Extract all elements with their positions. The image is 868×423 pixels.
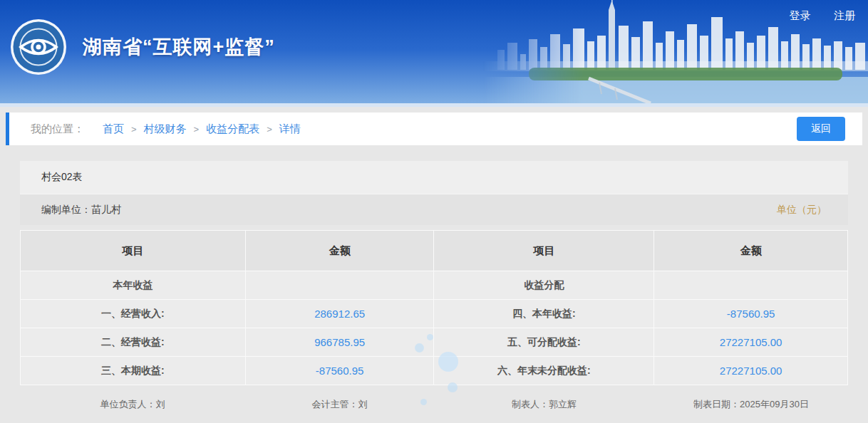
- row-value-cell: -87560.95: [654, 300, 848, 328]
- row-label-cell: 二、经营收益:: [21, 328, 246, 357]
- row-value-cell: -87560.95: [245, 357, 434, 385]
- table-header-row: 项目 金额 项目 金额: [21, 231, 848, 271]
- column-header-amount: 金额: [654, 231, 848, 271]
- row-label-cell: 一、经营收入:: [21, 300, 246, 328]
- column-header-item: 项目: [434, 231, 654, 271]
- row-value-cell: [654, 271, 848, 300]
- breadcrumb: 我的位置： 首页 > 村级财务 > 收益分配表 > 详情 返回: [6, 113, 862, 145]
- site-header: 登录 注册 湖南省“互联网+监督”: [0, 0, 868, 103]
- column-header-item: 项目: [21, 231, 246, 271]
- preparing-unit: 编制单位：苗儿村: [41, 204, 121, 216]
- register-link[interactable]: 注册: [834, 9, 855, 21]
- site-title: 湖南省“互联网+监督”: [83, 34, 275, 60]
- report-code-row: 村会02表: [20, 161, 848, 194]
- breadcrumb-item-village-finance[interactable]: 村级财务: [144, 122, 187, 136]
- table-row: 本年收益 收益分配: [21, 271, 848, 300]
- row-label-cell: 五、可分配收益:: [434, 328, 654, 357]
- table-row: 二、经营收益: 966785.95 五、可分配收益: 27227105.00: [21, 328, 848, 357]
- back-button[interactable]: 返回: [797, 117, 845, 141]
- table-row: 一、经营收入: 286912.65 四、本年收益: -87560.95: [21, 300, 848, 328]
- brand: 湖南省“互联网+监督”: [10, 19, 275, 75]
- row-value-cell: [245, 271, 434, 300]
- report-unit-row: 编制单位：苗儿村 单位（元）: [20, 194, 848, 225]
- row-value-cell: 27227105.00: [654, 357, 848, 385]
- row-label-cell: 四、本年收益:: [434, 300, 654, 328]
- breadcrumb-item-home[interactable]: 首页: [103, 122, 124, 136]
- row-value-cell: 286912.65: [245, 300, 434, 328]
- eye-logo-icon: [10, 19, 67, 75]
- row-value-cell: 966785.95: [245, 328, 434, 357]
- breadcrumb-item-detail[interactable]: 详情: [279, 122, 301, 136]
- preparer-signature: 制表人：郭立辉: [434, 398, 654, 411]
- report-card: 村会02表 编制单位：苗儿村 单位（元） 项目 金额 项目 金额 本年收益 收益…: [20, 161, 848, 422]
- row-label-cell: 收益分配: [434, 271, 654, 300]
- login-link[interactable]: 登录: [790, 9, 811, 21]
- report-code: 村会02表: [41, 171, 83, 184]
- row-value-cell: 27227105.00: [654, 328, 848, 357]
- unit-head-signature: 单位负责人：刘: [20, 398, 245, 411]
- table-row: 三、本期收益: -87560.95 六、年末未分配收益: 27227105.00: [21, 357, 848, 385]
- row-label-cell: 三、本期收益:: [21, 357, 246, 385]
- breadcrumb-separator: >: [131, 124, 137, 135]
- column-header-amount: 金额: [245, 231, 434, 271]
- breadcrumb-separator: >: [194, 124, 200, 135]
- breadcrumb-item-income-distribution[interactable]: 收益分配表: [206, 122, 259, 136]
- table-footer: 单位负责人：刘 会计主管：刘 制表人：郭立辉 制表日期：2025年09月30日: [20, 387, 848, 422]
- currency-unit-hint: 单位（元）: [777, 204, 827, 216]
- header-bottom-strip: [0, 103, 868, 107]
- auth-links: 登录 注册: [770, 9, 855, 23]
- prepared-date: 制表日期：2025年09月30日: [654, 398, 848, 411]
- breadcrumb-separator: >: [267, 124, 272, 135]
- income-distribution-table: 项目 金额 项目 金额 本年收益 收益分配 一、经营收入: 286912.65 …: [20, 230, 848, 385]
- accounting-supervisor-signature: 会计主管：刘: [245, 398, 434, 411]
- breadcrumb-label: 我的位置：: [31, 122, 84, 136]
- row-label-cell: 本年收益: [21, 271, 246, 300]
- row-label-cell: 六、年末未分配收益:: [434, 357, 654, 385]
